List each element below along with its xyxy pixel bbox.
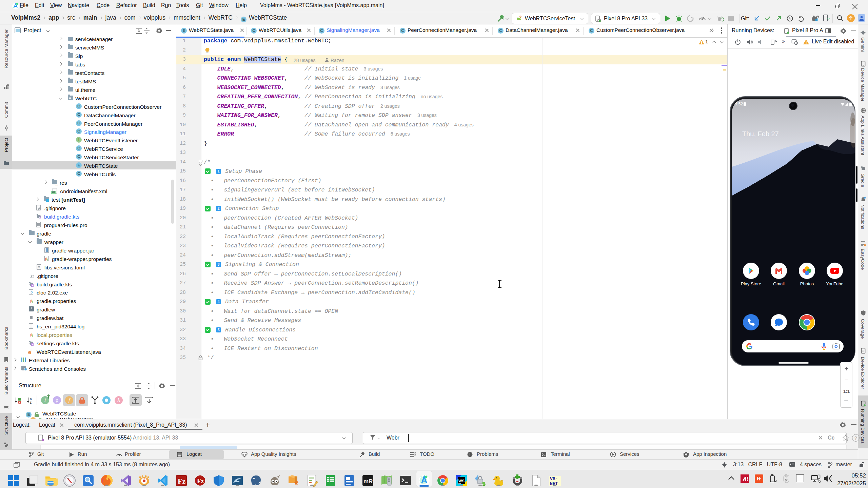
svg-text:K: K	[32, 284, 34, 287]
svg-text:z: z	[30, 401, 32, 404]
svg-text:K: K	[32, 343, 34, 346]
svg-text:mR: mR	[363, 478, 373, 485]
svg-text:K: K	[39, 217, 41, 219]
svg-text:WS: WS	[458, 479, 465, 483]
svg-text:VB-: VB-	[550, 476, 558, 482]
svg-text:Fz: Fz	[178, 477, 185, 485]
svg-text:Fz: Fz	[197, 477, 204, 485]
